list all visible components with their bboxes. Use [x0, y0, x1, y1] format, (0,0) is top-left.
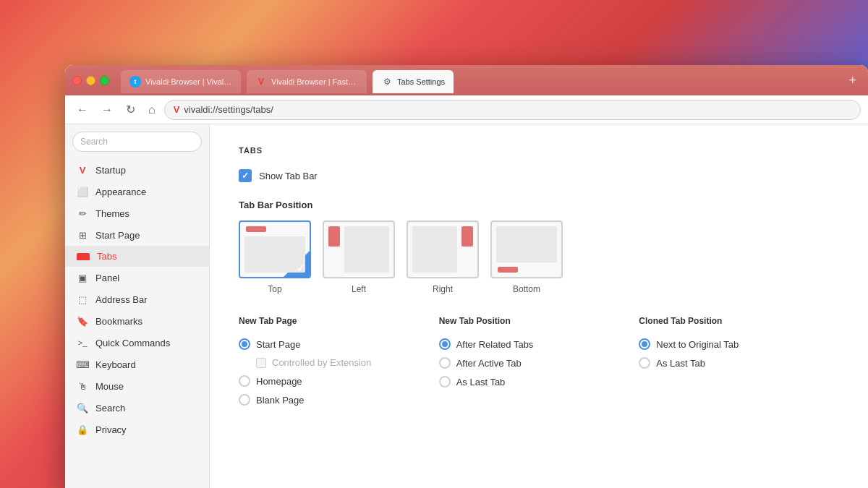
window-icon: ⬜ — [77, 186, 88, 197]
sidebar-item-keyboard[interactable]: ⌨ Keyboard — [65, 354, 209, 375]
radio-as-last-cloned-label: As Last Tab — [656, 358, 705, 369]
radio-as-last-new-row: As Last Tab — [439, 374, 639, 390]
radio-after-related-label: After Related Tabs — [456, 339, 534, 350]
sidebar-item-tabs[interactable]: Tabs — [65, 246, 209, 267]
address-text: vivaldi://settings/tabs/ — [184, 104, 273, 115]
radio-start-page[interactable] — [239, 338, 250, 350]
home-button[interactable]: ⌂ — [144, 100, 160, 119]
sidebar-item-search[interactable]: 🔍 Search — [65, 397, 209, 419]
sidebar-item-themes[interactable]: ✏ Themes — [65, 202, 209, 224]
tab-pos-left-box — [323, 221, 395, 278]
tab-pos-bottom-option[interactable]: Bottom — [490, 221, 563, 294]
new-tab-position-title: New Tab Position — [439, 316, 639, 326]
sidebar-item-startup[interactable]: V Startup — [65, 159, 209, 181]
radio-blank-page[interactable] — [239, 394, 250, 406]
sidebar-item-label: Bookmarks — [95, 316, 142, 327]
radio-as-last-cloned-row: As Last Tab — [639, 355, 839, 371]
pos-left-indicator — [328, 226, 340, 247]
radio-next-to-original[interactable] — [639, 338, 650, 350]
tab-pos-right-option[interactable]: Right — [407, 221, 479, 294]
sidebar-item-mouse[interactable]: 🖱 Mouse — [65, 375, 209, 397]
title-bar: t Vivaldi Browser | Vivaldi Foru... V Vi… — [65, 65, 868, 95]
sidebar-item-label: Search — [95, 403, 125, 414]
new-tab-position-column: New Tab Position After Related Tabs Afte… — [439, 316, 639, 408]
tab-pos-left-option[interactable]: Left — [323, 221, 395, 294]
radio-as-last-new-label: As Last Tab — [456, 377, 506, 388]
tab-pos-bottom-box — [490, 221, 563, 278]
radio-blank-page-row: Blank Page — [239, 392, 439, 408]
tab-pos-top-box — [239, 221, 311, 278]
close-button[interactable] — [72, 76, 82, 85]
tab-settings-label: Tabs Settings — [397, 77, 445, 86]
address-input[interactable]: V vivaldi://settings/tabs/ — [164, 100, 861, 120]
mouse-icon: 🖱 — [77, 380, 88, 392]
tabs-icon — [77, 253, 90, 260]
radio-next-to-original-label: Next to Original Tab — [656, 339, 739, 350]
tab-vivaldi[interactable]: V Vivaldi Browser | Fast & Flexi... — [247, 70, 367, 93]
section-title: TABS — [239, 146, 839, 155]
new-tab-button[interactable]: + — [844, 72, 861, 90]
tab-bar-position-title: Tab Bar Position — [239, 200, 839, 210]
address-bar-row: ← → ↻ ⌂ V vivaldi://settings/tabs/ — [65, 95, 868, 124]
settings-search-box[interactable]: Search — [72, 132, 202, 152]
radio-after-active[interactable] — [439, 357, 451, 369]
vivaldi-v-icon: V — [174, 104, 180, 115]
address-bar-icon: ⬚ — [77, 294, 88, 305]
radio-after-active-label: After Active Tab — [456, 358, 522, 369]
panel-icon: ▣ — [77, 272, 88, 283]
new-tab-page-column: New Tab Page Start Page Controlled by Ex… — [239, 316, 439, 408]
radio-blank-page-label: Blank Page — [256, 395, 305, 406]
tab-bar-positions: Top Left Right — [239, 221, 839, 294]
maximize-button[interactable] — [100, 76, 109, 85]
traffic-lights — [72, 76, 109, 85]
back-button[interactable]: ← — [72, 100, 93, 119]
quick-commands-icon: >_ — [77, 337, 88, 348]
sidebar-item-privacy[interactable]: 🔒 Privacy — [65, 419, 209, 440]
radio-homepage-label: Homepage — [256, 376, 302, 387]
sidebar-item-label: Keyboard — [95, 359, 136, 370]
radio-after-active-row: After Active Tab — [439, 355, 639, 371]
privacy-icon: 🔒 — [77, 424, 88, 435]
vivaldi-icon: V — [255, 76, 267, 87]
checkbox-controlled-row: Controlled by Extension — [239, 355, 439, 370]
radio-homepage-row: Homepage — [239, 373, 439, 389]
show-tab-bar-checkbox[interactable]: ✓ — [239, 169, 252, 182]
pos-right-indicator — [461, 226, 473, 247]
sidebar-item-panel[interactable]: ▣ Panel — [65, 267, 209, 288]
sidebar-item-label: Privacy — [95, 424, 127, 435]
sidebar-item-appearance[interactable]: ⬜ Appearance — [65, 181, 209, 202]
radio-homepage[interactable] — [239, 375, 250, 387]
radio-start-page-row: Start Page — [239, 336, 439, 352]
sidebar-item-label: Appearance — [95, 187, 146, 197]
radio-after-related[interactable] — [439, 338, 451, 350]
tab-twitter[interactable]: t Vivaldi Browser | Vivaldi Foru... — [121, 70, 241, 93]
pos-top-indicator — [246, 226, 266, 232]
radio-start-page-label: Start Page — [256, 339, 300, 350]
reload-button[interactable]: ↻ — [122, 100, 140, 119]
sidebar-item-start-page[interactable]: ⊞ Start Page — [65, 224, 209, 246]
tab-vivaldi-label: Vivaldi Browser | Fast & Flexi... — [271, 77, 358, 86]
forward-button[interactable]: → — [97, 100, 117, 119]
radio-as-last-cloned[interactable] — [639, 357, 650, 369]
pos-bottom-content — [496, 226, 557, 262]
controlled-extension-checkbox[interactable] — [256, 358, 266, 368]
vivaldi-v-icon: V — [77, 164, 88, 176]
sidebar-item-label: Mouse — [95, 381, 124, 392]
twitter-icon: t — [129, 76, 141, 87]
gear-icon: ⚙ — [381, 76, 393, 87]
tab-settings[interactable]: ⚙ Tabs Settings — [373, 70, 454, 93]
sidebar-item-address-bar[interactable]: ⬚ Address Bar — [65, 288, 209, 310]
radio-after-related-row: After Related Tabs — [439, 336, 639, 352]
pos-right-content — [412, 226, 457, 273]
browser-window: t Vivaldi Browser | Vivaldi Foru... V Vi… — [65, 65, 868, 488]
minimize-button[interactable] — [86, 76, 95, 85]
cloned-tab-position-title: Cloned Tab Position — [639, 316, 839, 326]
sidebar-item-bookmarks[interactable]: 🔖 Bookmarks — [65, 310, 209, 332]
radio-as-last-new[interactable] — [439, 376, 451, 388]
sidebar-item-label: Tabs — [97, 251, 116, 262]
grid-icon: ⊞ — [77, 229, 88, 241]
search-placeholder: Search — [80, 137, 108, 147]
sidebar-item-label: Quick Commands — [95, 338, 170, 348]
tab-pos-top-option[interactable]: Top — [239, 221, 311, 294]
sidebar-item-quick-commands[interactable]: >_ Quick Commands — [65, 332, 209, 354]
